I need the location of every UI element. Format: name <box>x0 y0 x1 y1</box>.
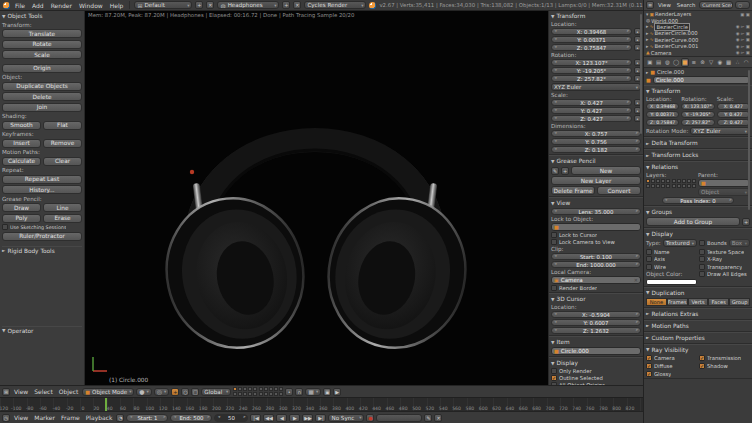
visibility-toggles[interactable]: ◉ ▻ ▣ <box>736 50 750 55</box>
playback-button-4[interactable]: ▶▶ <box>302 414 313 422</box>
visibility-toggles[interactable]: ◉ ▻ ▣ <box>736 24 750 29</box>
layer-toggle[interactable] <box>269 387 273 391</box>
prop-ray-visibility-header[interactable]: ▼ Ray Visibility <box>646 346 750 354</box>
timeline-view-menu[interactable]: View <box>12 414 30 421</box>
scl-z[interactable]: Z: 0.427 <box>717 119 750 126</box>
layer-toggle[interactable] <box>666 184 670 188</box>
screen-layout-select[interactable]: ⊞ Default ▾ <box>134 1 192 9</box>
npanel-scrollbar[interactable] <box>640 14 642 134</box>
record-icon[interactable]: ● <box>366 414 374 422</box>
parent-field[interactable]: ■ <box>698 179 750 187</box>
texture-tab[interactable]: ▦ <box>725 58 733 67</box>
gp-draw-button[interactable]: Draw <box>2 203 41 212</box>
manipulator-scale-toggle[interactable]: □ <box>191 388 199 396</box>
np-rotation-y[interactable]: ◂Y: -19.205°▸ <box>551 67 632 74</box>
prop-relations-extras-header[interactable]: ► Relations Extras <box>646 310 750 318</box>
outline-selected-checkbox[interactable] <box>551 375 557 381</box>
ray-camera-checkbox[interactable] <box>646 355 652 361</box>
prop-relations-header[interactable]: ▼ Relations <box>646 163 750 171</box>
gp-poly-button[interactable]: Poly <box>2 214 41 223</box>
repeat-last-button[interactable]: Repeat Last <box>2 175 82 184</box>
menu-window[interactable]: Window <box>77 2 105 9</box>
history-button[interactable]: History... <box>2 185 82 194</box>
manipulator-translate-toggle[interactable]: + <box>171 388 179 396</box>
layer-toggle[interactable] <box>682 179 686 183</box>
rotation-mode-select[interactable]: XYZ Euler ▾ <box>690 127 750 135</box>
join-button[interactable]: Join <box>2 103 82 112</box>
np-dim-y[interactable]: ◂Y: 0.756▸ <box>551 138 641 145</box>
loc-x[interactable]: X: 0.39468 <box>646 103 679 110</box>
editor-type-icon[interactable]: ⊞ <box>2 388 10 396</box>
gp-new-layer-button[interactable]: New Layer <box>551 176 641 185</box>
opengl-render-still-icon[interactable]: ▣ <box>323 388 331 396</box>
layer-toggle[interactable] <box>651 184 655 188</box>
layer-toggle[interactable] <box>656 184 660 188</box>
layer-toggle[interactable] <box>243 392 247 396</box>
close-scene-button[interactable]: ✕ <box>293 1 301 9</box>
delete-button[interactable]: Delete <box>2 92 82 101</box>
render-border-checkbox[interactable] <box>551 285 557 291</box>
clear-icon[interactable]: ✕ <box>634 277 638 283</box>
select-menu[interactable]: Select <box>32 388 55 395</box>
rotation-mode-select[interactable]: XYZ Euler▾ <box>551 83 641 91</box>
layer-toggle[interactable] <box>672 184 676 188</box>
playback-button-2[interactable]: ◀ <box>276 414 287 422</box>
tool-shelf-title[interactable]: ▼ Object Tools <box>2 12 82 20</box>
np-grease-pencil-header[interactable]: ▼ Grease Pencil <box>551 157 641 165</box>
layer-toggle[interactable] <box>274 392 278 396</box>
cursor-z-field[interactable]: ◂Z: 1.2632▸ <box>551 327 641 334</box>
layer-toggle[interactable] <box>233 387 237 391</box>
gp-erase-button[interactable]: Erase <box>43 214 82 223</box>
render-tab[interactable]: ▣ <box>646 58 654 67</box>
keying-set-field[interactable] <box>376 414 422 422</box>
np-transform-header[interactable]: ▼ Transform <box>551 12 641 20</box>
ray-shadow-checkbox[interactable] <box>699 363 705 369</box>
ray-transmission-checkbox[interactable] <box>699 355 705 361</box>
layer-toggle[interactable] <box>672 179 676 183</box>
duplication-none-button[interactable]: None <box>646 298 667 306</box>
smooth-button[interactable]: Smooth <box>2 121 41 130</box>
layer-toggle[interactable] <box>274 387 278 391</box>
object-color-swatch[interactable] <box>646 279 697 285</box>
gp-convert-button[interactable]: Convert <box>597 186 641 195</box>
playback-button-1[interactable]: ◀◀ <box>263 414 274 422</box>
layer-toggle[interactable] <box>253 392 257 396</box>
frame-end-field[interactable]: ◂End: 500▸ <box>170 414 212 422</box>
np-view-header[interactable]: ▼ View <box>551 199 641 207</box>
gp-line-button[interactable]: Line <box>43 203 82 212</box>
np-3d-cursor-header[interactable]: ▼ 3D Cursor <box>551 295 641 303</box>
layer-toggle[interactable] <box>264 392 268 396</box>
layer-toggle[interactable] <box>677 179 681 183</box>
operator-panel[interactable]: ▼ Operator <box>2 326 82 335</box>
playback-button-5[interactable]: ▶| <box>315 414 326 422</box>
menu-file[interactable]: File <box>13 2 27 9</box>
np-scale-y[interactable]: ◂Y: 0.427▸ <box>551 107 632 114</box>
layer-toggle[interactable] <box>279 387 283 391</box>
layer-toggle[interactable] <box>253 387 257 391</box>
timeline-track[interactable]: -120-100-80-60-40-2002040608010012014016… <box>0 397 643 411</box>
ray-glossy-checkbox[interactable] <box>646 371 652 377</box>
layer-toggle[interactable] <box>259 392 263 396</box>
close-layout-button[interactable]: ✕ <box>206 1 214 9</box>
loc-y[interactable]: Y: 0.00371 <box>646 111 679 118</box>
calculate-paths-button[interactable]: Calculate <box>2 157 41 166</box>
rigid-body-tools-panel[interactable]: ► Rigid Body Tools <box>2 246 82 254</box>
np-scale-x[interactable]: ◂X: 0.427▸ <box>551 99 632 106</box>
add-to-group-button[interactable]: Add to Group <box>646 217 740 226</box>
preview-range-icon[interactable]: ◔ <box>116 414 124 422</box>
outliner-row-camera[interactable]: ▲ Camera ◉ ▻ ▣ <box>644 49 752 55</box>
world-tab[interactable]: ◯ <box>672 58 680 67</box>
visibility-toggles[interactable]: ◉ ▻ ▣ <box>736 31 750 36</box>
np-location-z[interactable]: ◂Z: 0.75847▸ <box>551 44 632 51</box>
layer-toggle[interactable] <box>248 392 252 396</box>
loc-z[interactable]: Z: 0.75847 <box>646 119 679 126</box>
frame-start-field[interactable]: ◂Start: 1▸ <box>126 414 168 422</box>
rot-x[interactable]: X: 123.107° <box>681 103 714 110</box>
np-location-y[interactable]: ◂Y: 0.00371▸ <box>551 36 632 43</box>
opengl-render-anim-icon[interactable]: ▶ <box>333 388 341 396</box>
playback-button-0[interactable]: |◀ <box>250 414 261 422</box>
clip-end-field[interactable]: ◂End: 1000.000▸ <box>551 261 641 268</box>
gp-pencil-icon[interactable]: ✎ <box>551 167 559 175</box>
layer-toggle[interactable] <box>682 184 686 188</box>
layer-toggle[interactable] <box>661 179 665 183</box>
